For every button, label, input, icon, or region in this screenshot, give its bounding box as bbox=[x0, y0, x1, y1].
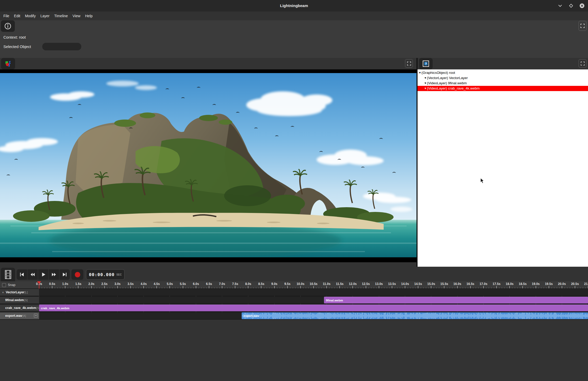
ruler-label: 3.0s bbox=[112, 282, 123, 286]
expander-icon[interactable]: ▼ bbox=[424, 87, 427, 90]
menu-bar: FileEditModifyLayerTimelineViewHelp bbox=[0, 11, 588, 20]
fast-forward-button[interactable] bbox=[48, 269, 59, 280]
track-label[interactable]: crab_rave_4k.webm[S] bbox=[0, 305, 39, 311]
stage-viewport[interactable] bbox=[0, 69, 416, 262]
fullscreen-icon bbox=[581, 62, 585, 66]
rewind-icon bbox=[30, 272, 35, 277]
context-label: Context: root bbox=[3, 35, 26, 39]
menu-layer[interactable]: Layer bbox=[38, 11, 52, 20]
ruler-label: 3.5s bbox=[125, 282, 136, 286]
ruler-label: 5.5s bbox=[177, 282, 189, 286]
ruler-label: 7.0s bbox=[216, 282, 228, 286]
ruler-label: 6.0s bbox=[190, 282, 202, 286]
track-expander-icon[interactable]: ▼ bbox=[2, 291, 4, 294]
layer-tree-item[interactable]: ▼(GraphicsObject) root bbox=[418, 70, 588, 75]
fullscreen-icon bbox=[407, 62, 411, 66]
track-name: crab_rave_4k.webm bbox=[5, 306, 36, 310]
menu-view[interactable]: View bbox=[70, 11, 83, 20]
video-clip[interactable]: 9final.webm bbox=[324, 297, 588, 303]
layer-tree: ▼(GraphicsObject) root▼(VectorLayer) Vec… bbox=[418, 69, 588, 267]
menu-timeline[interactable]: Timeline bbox=[52, 11, 70, 20]
layer-panel-tab[interactable]: ? bbox=[419, 58, 433, 69]
mouse-cursor bbox=[480, 178, 486, 185]
layer-tree-label: (VideoLayer) 9final.webm bbox=[427, 81, 467, 85]
ruler-label: 2.0s bbox=[86, 282, 97, 286]
maximize-button[interactable] bbox=[567, 2, 575, 10]
expander-icon[interactable]: ▼ bbox=[424, 82, 427, 85]
ruler-label: 17.5s bbox=[491, 282, 502, 286]
ruler-label: 6.5s bbox=[203, 282, 215, 286]
expander-icon[interactable]: ▼ bbox=[424, 76, 427, 79]
close-button[interactable] bbox=[578, 2, 586, 10]
ruler-label: 20.5s bbox=[569, 282, 581, 286]
ruler-label: 15.0s bbox=[425, 282, 437, 286]
record-button[interactable] bbox=[71, 269, 83, 280]
layer-tree-label: (VideoLayer) crab_rave_4k.webm bbox=[427, 86, 480, 90]
ruler-label: 13.5s bbox=[386, 282, 398, 286]
timeline-panel bbox=[0, 262, 588, 381]
playhead-line bbox=[39, 282, 39, 289]
expander-icon[interactable]: ▼ bbox=[419, 71, 421, 74]
film-strip-icon bbox=[4, 270, 12, 279]
menu-file[interactable]: File bbox=[1, 11, 12, 20]
window-controls bbox=[556, 0, 586, 11]
selected-object-label: Selected Object bbox=[3, 44, 31, 49]
track-label[interactable]: ▼VectorLayer[L] bbox=[0, 289, 39, 296]
broken-image-icon: ? bbox=[422, 60, 430, 67]
time-unit-label: SEC bbox=[116, 273, 122, 276]
track-type-tag: [S] bbox=[36, 306, 40, 309]
layer-tree-item[interactable]: ▼(VideoLayer) 9final.webm bbox=[418, 81, 588, 86]
layer-tree-item[interactable]: ▼(VideoLayer) crab_rave_4k.webm bbox=[418, 86, 588, 91]
info-fullscreen-button[interactable] bbox=[579, 21, 586, 31]
ruler-label: 1.5s bbox=[72, 282, 84, 286]
play-button[interactable] bbox=[38, 269, 48, 280]
svg-text:?: ? bbox=[425, 62, 427, 65]
shapes-icon bbox=[5, 60, 12, 67]
timeline-tab[interactable] bbox=[1, 268, 15, 281]
time-display: 00:00.000 SEC bbox=[86, 269, 125, 280]
ruler-label: 19.5s bbox=[543, 282, 555, 286]
clip-label: export.wav bbox=[242, 314, 259, 317]
ruler-label: 16.5s bbox=[465, 282, 476, 286]
video-clip[interactable]: crab_rave_4k.webm bbox=[39, 305, 588, 311]
track-row[interactable]: export.wav bbox=[0, 312, 588, 319]
snap-label: Snap bbox=[8, 283, 15, 287]
layer-panel-tab-row: ? bbox=[418, 58, 588, 69]
audio-waveform bbox=[242, 312, 588, 319]
fast-forward-icon bbox=[51, 272, 57, 277]
audio-clip[interactable]: export.wav bbox=[242, 312, 588, 319]
diamond-icon bbox=[568, 3, 574, 8]
menu-help[interactable]: Help bbox=[83, 11, 95, 20]
ruler-label: 9.0s bbox=[269, 282, 280, 286]
track-mute-checkbox[interactable] bbox=[34, 314, 38, 318]
skip-to-start-icon bbox=[19, 272, 25, 277]
skip-to-end-button[interactable] bbox=[59, 269, 70, 280]
rewind-button[interactable] bbox=[27, 269, 38, 280]
track-row[interactable] bbox=[0, 289, 588, 296]
menu-edit[interactable]: Edit bbox=[12, 11, 23, 20]
track-label[interactable]: export.wav[A] bbox=[0, 312, 39, 319]
layer-panel-fullscreen-button[interactable] bbox=[579, 59, 586, 68]
menu-modify[interactable]: Modify bbox=[23, 11, 38, 20]
time-value: 00:00.000 bbox=[89, 272, 114, 277]
minimize-button[interactable] bbox=[556, 2, 564, 10]
track-row[interactable]: crab_rave_4k.webm bbox=[0, 305, 588, 311]
track-name: VectorLayer bbox=[6, 290, 24, 294]
ruler-label: 20.0s bbox=[556, 282, 568, 286]
timeline-ruler[interactable]: Snap 0.0s0.5s1.0s1.5s2.0s2.5s3.0s3.5s4.0… bbox=[0, 281, 588, 289]
track-row[interactable]: 9final.webm bbox=[0, 297, 588, 303]
ruler-label: 18.5s bbox=[517, 282, 528, 286]
stage-fullscreen-button[interactable] bbox=[405, 59, 413, 68]
selected-object-field[interactable] bbox=[42, 43, 81, 50]
ruler-label: 1.0s bbox=[59, 282, 71, 286]
ruler-label: 12.0s bbox=[347, 282, 358, 286]
snap-checkbox[interactable] bbox=[2, 283, 6, 287]
track-label[interactable]: 9final.webm[S] bbox=[0, 297, 39, 303]
ruler-label: 2.5s bbox=[99, 282, 110, 286]
layer-tree-item[interactable]: ▼(VectorLayer) VectorLayer bbox=[418, 75, 588, 81]
info-tab[interactable] bbox=[1, 20, 15, 32]
skip-to-start-button[interactable] bbox=[17, 269, 27, 280]
clip-label: 9final.webm bbox=[324, 299, 343, 302]
ruler-label: 18.0s bbox=[504, 282, 515, 286]
stage-tab[interactable] bbox=[1, 58, 15, 69]
